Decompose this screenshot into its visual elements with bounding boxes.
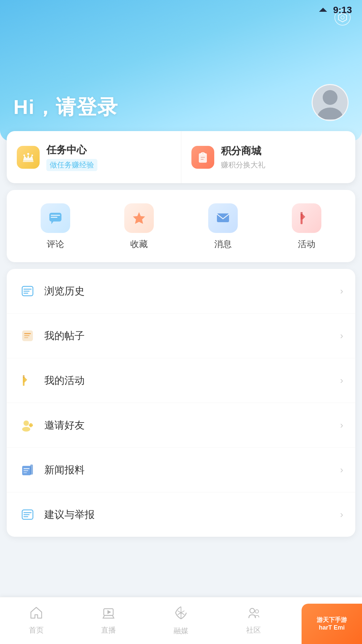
svg-point-32 [24, 420, 29, 426]
feedback-svg-icon [21, 508, 34, 521]
avatar-svg [313, 86, 347, 119]
live-nav-icon [102, 606, 115, 622]
my-activity-text: 我的活动 [44, 374, 332, 388]
media-nav-label: 融媒 [174, 626, 188, 636]
activity-svg-icon [299, 211, 314, 226]
svg-point-52 [255, 610, 259, 613]
nav-media[interactable]: 融媒 [145, 597, 217, 644]
post-svg-icon [21, 329, 34, 343]
svg-rect-28 [24, 337, 28, 338]
my-activity-icon-wrap [19, 372, 36, 389]
menu-news-report[interactable]: 新闻报料 › [7, 448, 355, 492]
community-nav-label: 社区 [246, 625, 261, 635]
menu-feedback[interactable]: 建议与举报 › [7, 492, 355, 537]
svg-marker-16 [133, 212, 145, 224]
nav-community[interactable]: 社区 [217, 597, 290, 644]
menu-invite-friends[interactable]: 邀请好友 › [7, 403, 355, 448]
arrow-icon-3: › [340, 420, 343, 431]
svg-point-51 [250, 608, 255, 613]
community-svg-icon [247, 606, 260, 619]
arrow-icon-5: › [340, 509, 343, 520]
task-icon [17, 146, 40, 169]
watermark: 游天下手游 harT Emi [302, 604, 362, 644]
svg-rect-17 [217, 213, 229, 222]
favorite-label: 收藏 [130, 238, 148, 250]
menu-list: 浏览历史 › 我的帖子 › 我的活动 › [7, 269, 355, 537]
status-time: 9:13 [333, 5, 352, 15]
svg-rect-26 [24, 333, 31, 334]
watermark-line1: 游天下手游 [317, 616, 347, 624]
arrow-icon-0: › [340, 286, 343, 296]
invite-friends-text: 邀请好友 [44, 418, 332, 432]
feature-activity[interactable]: 活动 [265, 203, 349, 250]
post-icon-wrap [19, 327, 36, 345]
svg-marker-19 [301, 214, 305, 219]
feature-comment[interactable]: 评论 [13, 203, 97, 250]
svg-point-7 [24, 154, 25, 156]
quick-card-row: 任务中心 做任务赚经验 积分商城 赚积分换大礼 [7, 131, 355, 183]
my-activity-svg-icon [21, 374, 34, 387]
avatar-placeholder [313, 85, 348, 120]
menu-my-posts[interactable]: 我的帖子 › [7, 314, 355, 358]
community-nav-icon [247, 606, 260, 622]
arrow-icon-1: › [340, 330, 343, 341]
svg-marker-30 [23, 377, 27, 383]
menu-my-activity[interactable]: 我的活动 › [7, 358, 355, 403]
task-center-item[interactable]: 任务中心 做任务赚经验 [7, 131, 181, 183]
svg-rect-27 [24, 335, 30, 336]
media-svg-icon [174, 605, 188, 620]
feedback-icon-wrap [19, 506, 36, 523]
quick-actions-card: 任务中心 做任务赚经验 积分商城 赚积分换大礼 [7, 131, 355, 183]
message-label: 消息 [214, 238, 232, 250]
invite-svg-icon [21, 418, 34, 432]
svg-point-4 [317, 108, 343, 119]
live-nav-label: 直播 [101, 625, 116, 635]
status-bar: 9:13 [0, 0, 362, 20]
feature-favorite[interactable]: 收藏 [97, 203, 181, 250]
watermark-line2: harT Emi [319, 624, 345, 632]
svg-point-6 [27, 153, 29, 155]
comment-svg-icon [48, 211, 63, 226]
news-icon-wrap [19, 461, 36, 479]
svg-rect-40 [24, 472, 27, 473]
news-svg-icon [21, 463, 34, 477]
svg-marker-46 [31, 607, 42, 618]
history-svg-icon [21, 284, 34, 298]
feature-message[interactable]: 消息 [181, 203, 265, 250]
live-svg-icon [102, 606, 115, 619]
cards-area: 任务中心 做任务赚经验 积分商城 赚积分换大礼 [0, 131, 362, 262]
hero-content: Hi，请登录 [13, 84, 349, 121]
my-posts-text: 我的帖子 [44, 329, 332, 343]
svg-rect-14 [51, 217, 57, 218]
svg-marker-48 [103, 615, 114, 618]
nav-live[interactable]: 直播 [73, 597, 145, 644]
svg-rect-38 [24, 468, 30, 469]
user-avatar[interactable] [312, 84, 349, 121]
invite-icon-wrap [19, 416, 36, 434]
task-text: 任务中心 做任务赚经验 [46, 143, 97, 171]
svg-rect-41 [30, 465, 33, 475]
svg-point-3 [323, 90, 337, 105]
activity-label: 活动 [298, 238, 315, 250]
star-icon-wrap [124, 203, 154, 233]
crown-icon [21, 151, 35, 163]
svg-rect-23 [24, 291, 30, 292]
svg-rect-45 [24, 516, 28, 517]
history-icon-wrap [19, 282, 36, 300]
svg-point-8 [32, 154, 33, 156]
svg-rect-22 [24, 289, 32, 290]
arrow-icon-4: › [340, 465, 343, 475]
feature-row: 评论 收藏 消息 [13, 203, 349, 250]
shop-subtitle: 赚积分换大礼 [221, 161, 265, 169]
svg-rect-13 [51, 215, 60, 216]
svg-rect-44 [24, 514, 30, 515]
task-title: 任务中心 [46, 143, 97, 157]
svg-rect-31 [23, 375, 25, 378]
wifi-icon [318, 6, 328, 14]
menu-browse-history[interactable]: 浏览历史 › [7, 269, 355, 314]
greeting-text[interactable]: Hi，请登录 [13, 94, 118, 121]
nav-home[interactable]: 首页 [0, 597, 73, 644]
msg-icon-wrap [208, 203, 238, 233]
shop-item[interactable]: 积分商城 赚积分换大礼 [181, 132, 356, 182]
feedback-text: 建议与举报 [44, 508, 332, 522]
